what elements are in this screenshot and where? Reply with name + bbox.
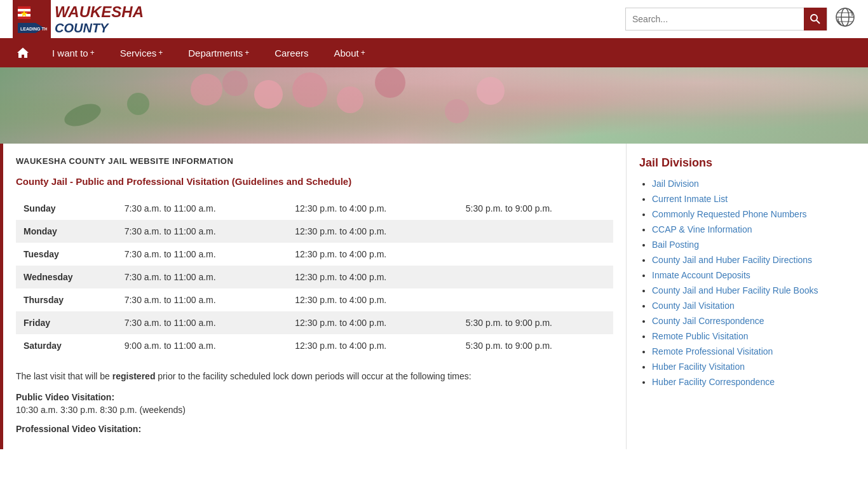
waukesha-flag-icon: LEADING THE WAY — [17, 4, 47, 34]
list-item: Remote Professional Visitation — [652, 346, 855, 356]
hero-decor — [127, 93, 149, 115]
time-cell: 12:30 p.m. to 4:00 p.m. — [287, 220, 458, 243]
search-input[interactable] — [626, 8, 804, 30]
hero-decor — [254, 80, 283, 109]
day-cell: Monday — [16, 220, 117, 243]
header-top: LEADING THE WAY WAUKESHA COUNTY — [0, 0, 868, 38]
day-cell: Saturday — [16, 334, 117, 357]
logo[interactable]: LEADING THE WAY WAUKESHA COUNTY — [13, 0, 144, 38]
table-row: Thursday7:30 a.m. to 11:00 a.m.12:30 p.m… — [16, 288, 613, 311]
nav-bar: I want to + Services + Departments + Car… — [0, 38, 868, 67]
hero-decor — [375, 67, 405, 98]
svg-point-8 — [811, 15, 817, 21]
svg-rect-4 — [18, 17, 31, 19]
translate-button[interactable] — [835, 7, 855, 31]
day-cell: Thursday — [16, 288, 117, 311]
time-cell: 7:30 a.m. to 11:00 a.m. — [117, 220, 288, 243]
day-cell: Friday — [16, 311, 117, 334]
page-title: WAUKESHA COUNTY JAIL WEBSITE INFORMATION — [16, 156, 613, 166]
time-cell — [458, 266, 613, 288]
list-item: County Jail Correspondence — [652, 316, 855, 326]
list-item: Commonly Requested Phone Numbers — [652, 209, 855, 219]
header-right — [625, 7, 855, 31]
sidebar-link[interactable]: County Jail Correspondence — [652, 316, 764, 326]
sidebar-link[interactable]: Bail Posting — [652, 240, 699, 250]
sidebar-link[interactable]: Huber Facility Correspondence — [652, 377, 775, 387]
svg-line-9 — [817, 20, 820, 24]
table-row: Wednesday7:30 a.m. to 11:00 a.m.12:30 p.… — [16, 266, 613, 288]
time-cell — [458, 220, 613, 243]
time-cell: 7:30 a.m. to 11:00 a.m. — [117, 243, 288, 266]
list-item: County Jail and Huber Facility Rule Book… — [652, 285, 855, 295]
sidebar-link[interactable]: Huber Facility Visitation — [652, 362, 745, 372]
logo-text: WAUKESHA COUNTY — [51, 3, 144, 36]
sidebar: Jail Divisions Jail DivisionCurrent Inma… — [627, 144, 868, 449]
nav-item-services[interactable]: Services + — [107, 38, 176, 67]
nav-home[interactable] — [6, 46, 39, 59]
sidebar-list: Jail DivisionCurrent Inmate ListCommonly… — [639, 179, 855, 387]
list-item: Huber Facility Visitation — [652, 362, 855, 372]
sidebar-link[interactable]: CCAP & Vine Information — [652, 224, 752, 234]
sidebar-link[interactable]: Current Inmate List — [652, 194, 728, 204]
search-box — [625, 8, 827, 30]
nav-item-about[interactable]: About + — [322, 38, 378, 67]
sidebar-link[interactable]: County Jail Visitation — [652, 301, 735, 311]
hero-decor — [292, 72, 327, 107]
sidebar-link[interactable]: Remote Professional Visitation — [652, 346, 773, 356]
table-row: Monday7:30 a.m. to 11:00 a.m.12:30 p.m. … — [16, 220, 613, 243]
sidebar-link[interactable]: Commonly Requested Phone Numbers — [652, 209, 807, 219]
list-item: Bail Posting — [652, 240, 855, 250]
hero-image — [0, 67, 868, 144]
logo-icon: LEADING THE WAY — [13, 0, 51, 38]
sidebar-link[interactable]: Remote Public Visitation — [652, 331, 748, 341]
hero-decor — [445, 99, 469, 123]
public-video-heading: Public Video Visitation: — [16, 392, 613, 402]
svg-rect-0 — [18, 6, 31, 9]
time-cell: 5:30 p.m. to 9:00 p.m. — [458, 311, 613, 334]
list-item: Current Inmate List — [652, 194, 855, 204]
table-row: Tuesday7:30 a.m. to 11:00 a.m.12:30 p.m.… — [16, 243, 613, 266]
time-cell: 12:30 p.m. to 4:00 p.m. — [287, 334, 458, 357]
sidebar-link[interactable]: County Jail and Huber Facility Direction… — [652, 255, 812, 265]
day-cell: Sunday — [16, 197, 117, 220]
professional-video-heading: Professional Video Visitation: — [16, 424, 613, 434]
search-button[interactable] — [804, 8, 827, 30]
time-cell: 7:30 a.m. to 11:00 a.m. — [117, 288, 288, 311]
table-row: Saturday9:00 a.m. to 11:00 a.m.12:30 p.m… — [16, 334, 613, 357]
nav-item-iwantto[interactable]: I want to + — [39, 38, 107, 67]
time-cell: 5:30 p.m. to 9:00 p.m. — [458, 197, 613, 220]
sidebar-link[interactable]: Inmate Account Deposits — [652, 270, 750, 280]
sidebar-link[interactable]: Jail Division — [652, 179, 699, 189]
time-cell: 7:30 a.m. to 11:00 a.m. — [117, 197, 288, 220]
time-cell: 9:00 a.m. to 11:00 a.m. — [117, 334, 288, 357]
time-cell: 12:30 p.m. to 4:00 p.m. — [287, 288, 458, 311]
content-area: WAUKESHA COUNTY JAIL WEBSITE INFORMATION… — [3, 144, 627, 449]
main-content: WAUKESHA COUNTY JAIL WEBSITE INFORMATION… — [0, 144, 868, 449]
hero-decor — [222, 71, 248, 96]
table-row: Sunday7:30 a.m. to 11:00 a.m.12:30 p.m. … — [16, 197, 613, 220]
logo-area: LEADING THE WAY WAUKESHA COUNTY — [13, 0, 144, 38]
time-cell — [458, 243, 613, 266]
nav-item-departments[interactable]: Departments + — [175, 38, 262, 67]
time-cell — [458, 288, 613, 311]
nav-item-careers[interactable]: Careers — [262, 38, 321, 67]
time-cell: 12:30 p.m. to 4:00 p.m. — [287, 266, 458, 288]
time-cell: 12:30 p.m. to 4:00 p.m. — [287, 311, 458, 334]
svg-marker-15 — [17, 48, 29, 58]
list-item: County Jail and Huber Facility Direction… — [652, 255, 855, 265]
list-item: Remote Public Visitation — [652, 331, 855, 341]
note-text: The last visit that will be registered p… — [16, 370, 613, 383]
hero-decor — [337, 86, 363, 113]
logo-line2: COUNTY — [55, 21, 144, 36]
sidebar-title: Jail Divisions — [639, 156, 855, 170]
sidebar-link[interactable]: County Jail and Huber Facility Rule Book… — [652, 285, 818, 295]
day-cell: Tuesday — [16, 243, 117, 266]
section-link[interactable]: County Jail - Public and Professional Vi… — [16, 176, 613, 187]
time-cell: 7:30 a.m. to 11:00 a.m. — [117, 266, 288, 288]
time-cell: 7:30 a.m. to 11:00 a.m. — [117, 311, 288, 334]
search-icon — [810, 14, 820, 24]
list-item: Huber Facility Correspondence — [652, 377, 855, 387]
logo-line1: WAUKESHA — [55, 3, 144, 21]
time-cell: 12:30 p.m. to 4:00 p.m. — [287, 243, 458, 266]
svg-text:LEADING THE WAY: LEADING THE WAY — [20, 27, 47, 31]
